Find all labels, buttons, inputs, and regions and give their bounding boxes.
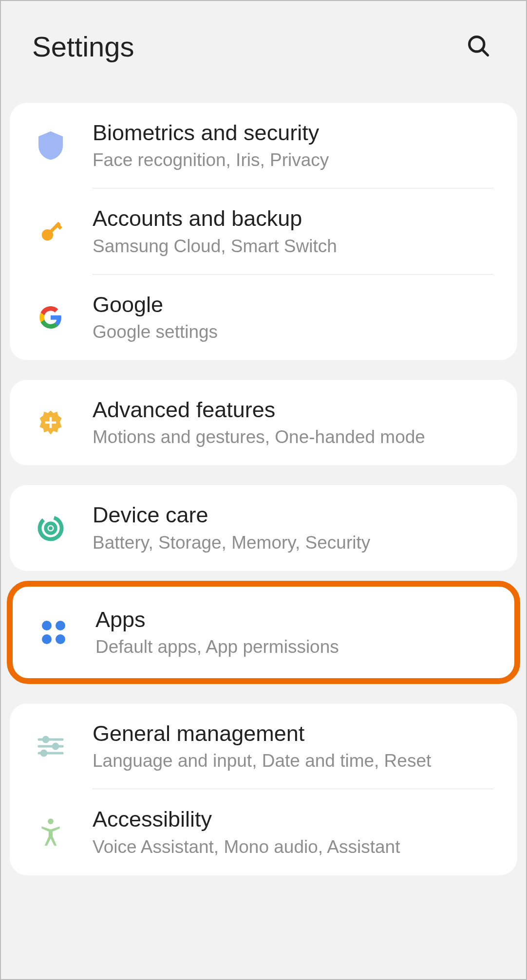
device-care-icon: [36, 514, 65, 543]
svg-point-11: [53, 744, 58, 749]
row-title: Advanced features: [93, 396, 494, 424]
svg-line-1: [482, 50, 488, 55]
row-title: Device care: [93, 501, 494, 529]
row-subtitle: Voice Assistant, Mono audio, Assistant: [93, 835, 494, 859]
row-apps[interactable]: Apps Default apps, App permissions: [13, 587, 514, 678]
row-biometrics-security[interactable]: Biometrics and security Face recognition…: [10, 103, 517, 188]
settings-group: Advanced features Motions and gestures, …: [10, 380, 517, 465]
accessibility-icon: [36, 818, 65, 847]
apps-icon: [39, 618, 68, 647]
settings-group: Biometrics and security Face recognition…: [10, 103, 517, 360]
row-text: Accessibility Voice Assistant, Mono audi…: [93, 806, 494, 858]
row-advanced-features[interactable]: Advanced features Motions and gestures, …: [10, 380, 517, 465]
row-subtitle: Face recognition, Iris, Privacy: [93, 148, 494, 172]
header: Settings: [1, 1, 526, 103]
svg-point-14: [48, 818, 54, 824]
svg-point-7: [49, 526, 53, 530]
row-subtitle: Google settings: [93, 320, 494, 344]
search-icon: [466, 53, 491, 60]
shield-icon: [36, 131, 65, 160]
row-text: Accounts and backup Samsung Cloud, Smart…: [93, 205, 494, 258]
row-title: Apps: [95, 606, 491, 633]
row-text: Device care Battery, Storage, Memory, Se…: [93, 501, 494, 554]
row-title: Accounts and backup: [93, 205, 494, 232]
row-google[interactable]: Google Google settings: [10, 275, 517, 360]
row-subtitle: Language and input, Date and time, Reset: [93, 749, 494, 773]
row-subtitle: Motions and gestures, One-handed mode: [93, 425, 494, 449]
row-text: Apps Default apps, App permissions: [95, 606, 491, 659]
svg-point-13: [41, 751, 46, 756]
row-title: Biometrics and security: [93, 119, 494, 147]
plus-gear-icon: [36, 408, 65, 437]
row-text: Google Google settings: [93, 291, 494, 344]
page-title: Settings: [32, 30, 134, 63]
settings-group: Device care Battery, Storage, Memory, Se…: [10, 485, 517, 571]
row-subtitle: Samsung Cloud, Smart Switch: [93, 235, 494, 258]
row-text: Advanced features Motions and gestures, …: [93, 396, 494, 449]
row-subtitle: Default apps, App permissions: [95, 635, 491, 659]
svg-point-9: [43, 737, 48, 742]
search-button[interactable]: [462, 29, 495, 64]
sliders-icon: [36, 732, 65, 761]
row-title: Google: [93, 291, 494, 318]
row-accessibility[interactable]: Accessibility Voice Assistant, Mono audi…: [10, 789, 517, 875]
row-general-management[interactable]: General management Language and input, D…: [10, 703, 517, 789]
row-title: General management: [93, 720, 494, 747]
row-text: Biometrics and security Face recognition…: [93, 119, 494, 172]
row-accounts-backup[interactable]: Accounts and backup Samsung Cloud, Smart…: [10, 188, 517, 274]
row-text: General management Language and input, D…: [93, 720, 494, 773]
row-device-care[interactable]: Device care Battery, Storage, Memory, Se…: [10, 485, 517, 571]
highlighted-row-apps: Apps Default apps, App permissions: [7, 581, 520, 684]
google-icon: [36, 303, 65, 332]
settings-group: General management Language and input, D…: [10, 703, 517, 875]
row-title: Accessibility: [93, 806, 494, 833]
row-subtitle: Battery, Storage, Memory, Security: [93, 531, 494, 555]
key-icon: [36, 217, 65, 246]
